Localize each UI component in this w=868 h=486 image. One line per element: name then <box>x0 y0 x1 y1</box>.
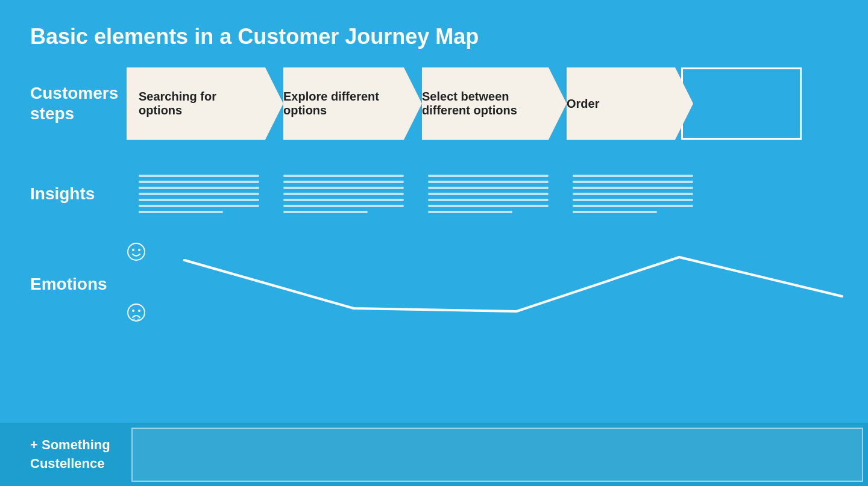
insight-1-lines <box>139 175 259 213</box>
svg-point-0 <box>128 243 145 260</box>
insight-line <box>283 211 368 213</box>
step-4: Order <box>555 67 675 140</box>
insights-label: Insights <box>30 184 95 204</box>
insight-line <box>573 199 693 201</box>
insight-line <box>428 199 549 201</box>
insight-line <box>283 199 404 201</box>
step-3: Select between different options <box>410 67 549 140</box>
step-4-text: Order <box>567 97 599 111</box>
steps-area: Searching for options Explore different … <box>127 61 868 146</box>
step-1: Searching for options <box>127 67 265 140</box>
insight-line <box>283 193 404 195</box>
bottom-something-label: + Something <box>30 437 127 453</box>
svg-point-3 <box>128 304 145 321</box>
insights-area <box>127 175 868 213</box>
insight-line <box>139 205 259 207</box>
insight-3 <box>428 175 549 213</box>
bottom-custellence-label: Custellence <box>30 456 127 472</box>
svg-point-2 <box>138 249 140 251</box>
svg-point-4 <box>132 310 134 312</box>
step-2-text: Explore different options <box>283 90 386 117</box>
bottom-labels: + Something Custellence <box>0 437 127 472</box>
insight-line <box>573 187 693 189</box>
insight-2-lines <box>283 175 404 213</box>
insight-line <box>428 211 512 213</box>
emotion-icons <box>127 242 146 326</box>
insight-line <box>573 205 693 207</box>
insight-2 <box>283 175 404 213</box>
emotion-chart <box>152 242 868 326</box>
insight-line <box>139 211 223 213</box>
step-2: Explore different options <box>271 67 404 140</box>
sad-icon <box>127 303 146 326</box>
step-3-text: Select between different options <box>422 90 530 117</box>
insight-line <box>573 175 693 177</box>
insight-line <box>428 187 549 189</box>
bottom-bar: + Something Custellence <box>0 423 868 486</box>
insight-line <box>139 181 259 183</box>
insight-3-lines <box>428 175 549 213</box>
insight-line <box>573 193 693 195</box>
insight-4-lines <box>573 175 693 213</box>
svg-point-5 <box>138 310 140 312</box>
insight-line <box>428 175 549 177</box>
insight-line <box>139 175 259 177</box>
emotions-section: Emotions <box>0 236 868 332</box>
insight-line <box>139 199 259 201</box>
emotions-area <box>127 236 868 332</box>
insight-line <box>428 205 549 207</box>
insight-4 <box>573 175 693 213</box>
insight-line <box>139 193 259 195</box>
bottom-content-area <box>131 428 863 482</box>
insight-line <box>139 187 259 189</box>
insight-line <box>283 181 404 183</box>
insight-line <box>283 187 404 189</box>
page-title: Basic elements in a Customer Journey Map <box>0 0 868 61</box>
insight-line <box>428 193 549 195</box>
insight-line <box>283 175 404 177</box>
step-5-outline <box>681 67 802 140</box>
insight-1 <box>139 175 259 213</box>
happy-icon <box>127 242 146 266</box>
insights-section: Insights <box>0 158 868 230</box>
insight-line <box>428 181 549 183</box>
steps-label: Customers steps <box>30 83 127 123</box>
svg-point-1 <box>132 249 134 251</box>
insight-line <box>283 205 404 207</box>
insight-line <box>573 181 693 183</box>
step-1-text: Searching for options <box>139 90 247 117</box>
insight-line <box>573 211 657 213</box>
emotions-label: Emotions <box>30 274 107 294</box>
